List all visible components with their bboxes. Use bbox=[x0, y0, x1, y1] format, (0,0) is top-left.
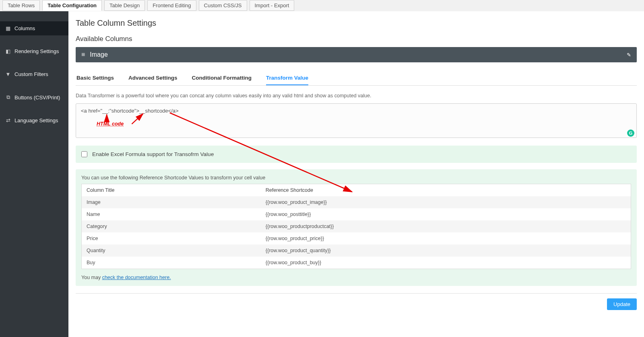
sidebar-item-label: Buttons (CSV/Print) bbox=[14, 95, 60, 101]
reference-shortcode-value: {{row.woo_product_image}} bbox=[261, 196, 631, 208]
inner-tab-conditional[interactable]: Conditional Formatting bbox=[192, 71, 252, 85]
doc-line: You may check the documentation here. bbox=[81, 275, 631, 280]
grammarly-icon[interactable]: G bbox=[627, 129, 634, 137]
reference-th-shortcode: Reference Shortcode bbox=[261, 184, 631, 197]
accordion-title: Image bbox=[90, 51, 107, 58]
reference-column-title: Buy bbox=[82, 257, 261, 269]
columns-icon: ▦ bbox=[5, 25, 11, 31]
reference-shortcode-value: {{row.woo_productproductcat}} bbox=[261, 220, 631, 232]
sidebar-item-label: Columns bbox=[14, 25, 35, 31]
hamburger-icon: ≡ bbox=[81, 51, 85, 58]
sidebar-item-buttons[interactable]: ⧉ Buttons (CSV/Print) bbox=[0, 90, 68, 105]
page-title: Table Column Settings bbox=[76, 18, 637, 28]
buttons-icon: ⧉ bbox=[5, 94, 11, 101]
pencil-icon[interactable]: ✎ bbox=[627, 52, 631, 58]
table-row: Category{{row.woo_productproductcat}} bbox=[82, 220, 631, 232]
reference-column-title: Quantity bbox=[82, 245, 261, 257]
top-tab-rows[interactable]: Table Rows bbox=[2, 0, 40, 11]
sidebar: ▦ Columns ◧ Rendering Settings ▼ Custom … bbox=[0, 11, 68, 337]
reference-column-title: Name bbox=[82, 208, 261, 220]
sidebar-item-language[interactable]: ⇄ Language Settings bbox=[0, 113, 68, 127]
reference-shortcode-value: {{row.woo_product_buy}} bbox=[261, 257, 631, 269]
top-tab-import-export[interactable]: Import - Export bbox=[250, 0, 295, 11]
inner-tab-basic[interactable]: Basic Settings bbox=[76, 71, 114, 85]
reference-shortcode-value: {{row.woo_product_quantity}} bbox=[261, 245, 631, 257]
excel-formula-checkbox[interactable] bbox=[81, 151, 87, 157]
excel-formula-label: Enable Excel Formula support for Transof… bbox=[92, 151, 214, 157]
sidebar-item-columns[interactable]: ▦ Columns bbox=[0, 21, 68, 35]
table-row: Price{{row.woo_product_price}} bbox=[82, 232, 631, 245]
reference-table: Column Title Reference Shortcode Image{{… bbox=[81, 184, 631, 269]
rendering-icon: ◧ bbox=[5, 48, 11, 54]
update-button[interactable]: Update bbox=[607, 298, 637, 310]
annotation-label: HTML code bbox=[97, 121, 124, 127]
top-tab-configuration[interactable]: Table Configuration bbox=[42, 0, 102, 11]
sidebar-item-label: Language Settings bbox=[14, 117, 58, 123]
table-row: Name{{row.woo_posttitle}} bbox=[82, 208, 631, 220]
reference-shortcode-value: {{row.woo_product_price}} bbox=[261, 232, 631, 245]
transform-value-textarea[interactable] bbox=[76, 103, 637, 138]
inner-tab-advanced[interactable]: Advanced Settings bbox=[128, 71, 178, 85]
available-columns-heading: Available Columns bbox=[76, 35, 637, 43]
top-tab-design[interactable]: Table Design bbox=[104, 0, 145, 11]
doc-prefix: You may bbox=[81, 275, 102, 280]
accordion-header[interactable]: ≡ Image ✎ bbox=[76, 47, 637, 62]
sidebar-item-filters[interactable]: ▼ Custom Filters bbox=[0, 67, 68, 81]
excel-formula-callout: Enable Excel Formula support for Transof… bbox=[76, 146, 637, 163]
reference-shortcode-value: {{row.woo_posttitle}} bbox=[261, 208, 631, 220]
sidebar-item-label: Rendering Settings bbox=[14, 48, 59, 54]
sidebar-item-rendering[interactable]: ◧ Rendering Settings bbox=[0, 44, 68, 58]
table-row: Quantity{{row.woo_product_quantity}} bbox=[82, 245, 631, 257]
filter-icon: ▼ bbox=[5, 71, 11, 77]
sidebar-item-label: Custom Filters bbox=[14, 71, 48, 77]
reference-th-column-title: Column Title bbox=[82, 184, 261, 197]
reference-column-title: Price bbox=[82, 232, 261, 245]
documentation-link[interactable]: check the documentation here. bbox=[102, 275, 171, 280]
reference-column-title: Image bbox=[82, 196, 261, 208]
transform-description: Data Transformer is a powerful tool wher… bbox=[76, 93, 637, 99]
top-tab-frontend-editing[interactable]: Frontend Editing bbox=[147, 0, 196, 11]
inner-tab-bar: Basic Settings Advanced Settings Conditi… bbox=[76, 71, 637, 86]
language-icon: ⇄ bbox=[5, 117, 11, 123]
top-tab-bar: Table Rows Table Configuration Table Des… bbox=[0, 0, 644, 11]
reference-intro: You can use the following Reference Shor… bbox=[81, 175, 631, 181]
table-row: Buy{{row.woo_product_buy}} bbox=[82, 257, 631, 269]
inner-tab-transform[interactable]: Transform Value bbox=[266, 71, 308, 85]
table-row: Image{{row.woo_product_image}} bbox=[82, 196, 631, 208]
top-tab-css-js[interactable]: Custom CSS/JS bbox=[199, 0, 247, 11]
reference-column-title: Category bbox=[82, 220, 261, 232]
